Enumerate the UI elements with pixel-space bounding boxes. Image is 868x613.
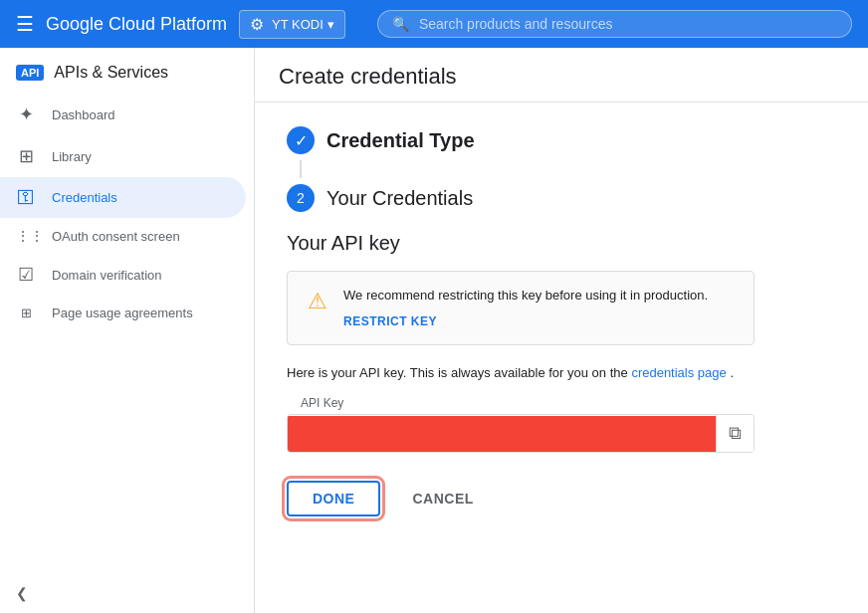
copy-api-key-button[interactable]: ⧉ [716,415,754,452]
step-your-credentials: 2 Your Credentials [287,184,836,212]
project-selector[interactable]: ⚙ YT KODI ▾ [239,10,345,39]
page-usage-icon: ⊞ [16,306,36,320]
warning-text: We recommend restricting this key before… [343,288,708,303]
api-key-input-row: ⧉ [287,414,755,453]
step-your-credentials-label: Your Credentials [326,187,473,210]
info-text-before: Here is your API key. This is always ava… [287,365,628,380]
action-buttons: DONE CANCEL [287,481,836,516]
done-button[interactable]: DONE [287,481,380,516]
api-key-field-wrapper: API Key ⧉ [287,396,755,453]
sidebar-item-label: Library [52,149,92,164]
oauth-icon: ⋮⋮ [16,228,36,244]
api-key-title: Your API key [287,232,836,255]
cancel-button[interactable]: CANCEL [396,483,489,514]
info-text: Here is your API key. This is always ava… [287,365,836,380]
sidebar-item-domain-verification[interactable]: ☑ Domain verification [0,254,246,296]
step-number-badge: 2 [287,184,315,212]
sidebar-header: API APIs & Services [0,48,254,94]
top-nav: ☰ Google Cloud Platform ⚙ YT KODI ▾ 🔍 [0,0,868,48]
main-content: Create credentials ✓ Credential Type 2 Y… [255,48,868,613]
search-input[interactable] [419,16,837,32]
info-text-after: . [730,365,734,380]
project-chevron-icon: ▾ [327,17,334,32]
sidebar-item-oauth[interactable]: ⋮⋮ OAuth consent screen [0,218,246,254]
project-icon: ⚙ [250,15,264,34]
collapse-icon: ❮ [16,585,28,601]
restrict-key-button[interactable]: RESTRICT KEY [343,314,437,328]
step-done-icon: ✓ [287,126,315,154]
menu-icon[interactable]: ☰ [16,12,34,36]
api-key-input[interactable] [288,416,716,452]
search-bar[interactable]: 🔍 [377,10,852,38]
domain-icon: ☑ [16,264,36,286]
page-title: Create credentials [255,48,868,102]
step-credential-type: ✓ Credential Type [287,126,836,154]
sidebar-item-credentials[interactable]: ⚿ Credentials [0,177,246,218]
credentials-icon: ⚿ [16,187,36,208]
sidebar-item-label: Domain verification [52,268,162,283]
sidebar: API APIs & Services ✦ Dashboard ⊞ Librar… [0,48,255,613]
sidebar-title: APIs & Services [54,64,168,82]
warning-box: ⚠ We recommend restricting this key befo… [287,271,755,345]
sidebar-collapse-button[interactable]: ❮ [0,573,254,613]
sidebar-item-label: Page usage agreements [52,306,193,320]
step-connector [300,160,302,178]
search-icon: 🔍 [392,16,409,32]
sidebar-item-page-usage[interactable]: ⊞ Page usage agreements [0,296,246,330]
api-badge: API [16,65,44,81]
api-key-field-label: API Key [287,396,755,410]
sidebar-item-label: OAuth consent screen [52,229,180,244]
project-name: YT KODI [272,17,324,32]
sidebar-item-label: Dashboard [52,107,115,122]
app-logo: Google Cloud Platform [46,14,227,35]
dashboard-icon: ✦ [16,103,36,125]
step-credential-type-label: Credential Type [326,129,475,152]
sidebar-item-dashboard[interactable]: ✦ Dashboard [0,94,246,135]
sidebar-item-library[interactable]: ⊞ Library [0,135,246,177]
library-icon: ⊞ [16,145,36,167]
api-key-section: Your API key ⚠ We recommend restricting … [287,232,836,516]
app-body: API APIs & Services ✦ Dashboard ⊞ Librar… [0,48,868,613]
warning-icon: ⚠ [308,289,327,314]
sidebar-item-label: Credentials [52,190,117,205]
content-body: ✓ Credential Type 2 Your Credentials You… [255,102,868,540]
credentials-page-link[interactable]: credentials page [631,365,726,380]
warning-content: We recommend restricting this key before… [343,288,708,328]
